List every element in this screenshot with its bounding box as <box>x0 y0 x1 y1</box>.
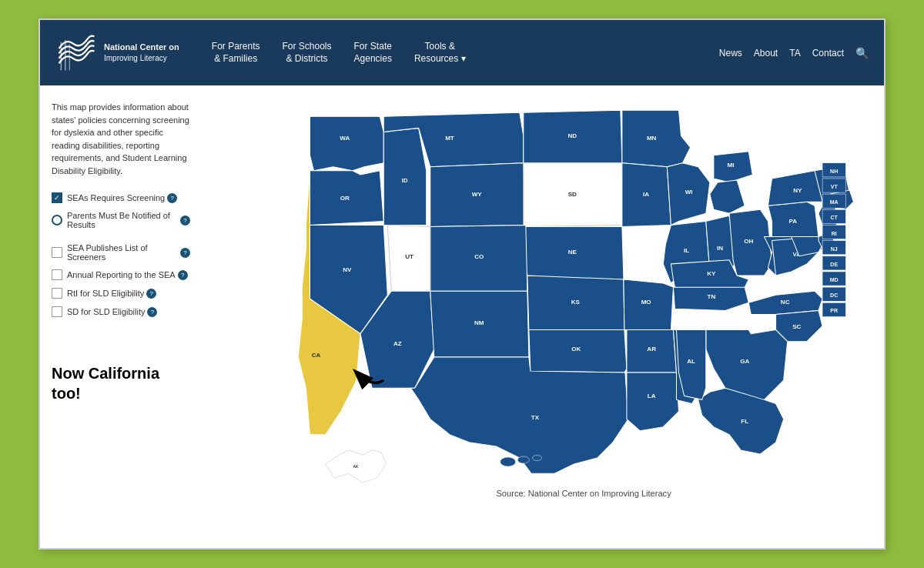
svg-text:ND: ND <box>568 132 578 139</box>
svg-rect-0 <box>55 32 98 74</box>
svg-text:GA: GA <box>740 358 749 365</box>
svg-text:NC: NC <box>781 299 790 306</box>
nav-ta[interactable]: TA <box>789 48 800 58</box>
svg-point-93 <box>532 455 541 460</box>
svg-text:TX: TX <box>531 414 540 421</box>
svg-text:KS: KS <box>571 299 581 306</box>
search-icon[interactable]: 🔍 <box>855 47 869 59</box>
legend-item-1: SEAs Requires Screening ? <box>52 192 190 203</box>
svg-text:IL: IL <box>684 247 689 254</box>
svg-text:WI: WI <box>685 189 693 195</box>
nav-about[interactable]: About <box>754 48 778 58</box>
svg-text:IN: IN <box>717 245 723 252</box>
nav-news[interactable]: News <box>719 48 742 58</box>
svg-text:NE: NE <box>568 249 578 256</box>
svg-marker-63 <box>627 373 679 431</box>
svg-text:OH: OH <box>744 238 753 245</box>
help-icon-6[interactable]: ? <box>147 307 157 317</box>
main-frame: National Center on Improving Literacy Fo… <box>38 18 886 550</box>
legend-label-1: SEAs Requires Screening <box>67 193 165 202</box>
svg-text:MO: MO <box>641 299 651 306</box>
svg-text:AR: AR <box>647 346 656 352</box>
svg-text:CO: CO <box>474 253 484 260</box>
svg-text:PR: PR <box>830 308 838 313</box>
svg-text:IA: IA <box>643 191 649 198</box>
checkbox-sea-publishes[interactable] <box>52 247 62 258</box>
svg-text:VT: VT <box>831 184 839 189</box>
legend-item-6: SD for SLD Eligibility ? <box>52 306 190 317</box>
svg-text:RI: RI <box>832 231 837 236</box>
legend-label-5: RtI for SLD Eligibility <box>67 289 144 298</box>
help-icon-4[interactable]: ? <box>178 270 188 280</box>
svg-text:LA: LA <box>648 393 656 399</box>
us-map-svg[interactable]: WA OR ID MT WY ND SD <box>209 93 876 505</box>
help-icon-5[interactable]: ? <box>146 289 156 299</box>
logo-text: National Center on Improving Literacy <box>104 42 179 64</box>
svg-text:PA: PA <box>788 218 797 225</box>
svg-text:DE: DE <box>830 262 838 267</box>
svg-text:NJ: NJ <box>831 246 838 252</box>
svg-marker-79 <box>706 330 788 400</box>
svg-text:OR: OR <box>340 195 350 202</box>
svg-text:CA: CA <box>312 352 321 359</box>
svg-text:OK: OK <box>571 346 581 352</box>
svg-text:TN: TN <box>707 293 715 300</box>
map-description: This map provides information about stat… <box>52 101 190 177</box>
svg-text:MN: MN <box>647 135 657 142</box>
svg-text:NV: NV <box>343 266 352 273</box>
checkbox-rti[interactable] <box>52 288 62 299</box>
nav-item-parents[interactable]: For Parents& Families <box>203 35 270 71</box>
svg-text:FL: FL <box>741 418 748 425</box>
svg-text:MD: MD <box>830 277 839 282</box>
svg-text:AL: AL <box>687 358 695 365</box>
legend-item-4: Annual Reporting to the SEA ? <box>52 269 190 280</box>
svg-text:AK: AK <box>353 465 358 469</box>
svg-text:NH: NH <box>830 169 838 174</box>
svg-marker-59 <box>411 357 628 473</box>
nav-links: For Parents& Families For Schools& Distr… <box>203 35 719 71</box>
left-panel: This map provides information about stat… <box>40 85 202 548</box>
svg-text:DC: DC <box>830 292 838 298</box>
svg-text:NM: NM <box>474 319 484 326</box>
help-icon-2[interactable]: ? <box>180 216 190 226</box>
svg-marker-26 <box>710 180 745 213</box>
svg-marker-4 <box>310 116 383 171</box>
legend-label-3: SEA Publishes List of Screeners <box>67 243 178 262</box>
legend-label-6: SD for SLD Eligibility <box>67 307 145 316</box>
legend-divider <box>52 237 190 243</box>
logo-line2: Improving Literacy <box>104 54 167 62</box>
svg-text:CT: CT <box>830 215 838 220</box>
nav-contact[interactable]: Contact <box>812 48 844 58</box>
svg-text:SD: SD <box>568 191 577 198</box>
checkbox-sd[interactable] <box>52 306 62 317</box>
svg-text:UT: UT <box>405 253 413 260</box>
nav-item-schools[interactable]: For Schools& Districts <box>273 35 341 71</box>
help-icon-1[interactable]: ? <box>167 193 177 203</box>
svg-text:MI: MI <box>728 162 735 169</box>
logo-line1: National Center on <box>104 42 179 53</box>
svg-text:HI: HI <box>521 463 524 467</box>
radio-parents-notified[interactable] <box>52 215 62 226</box>
svg-point-91 <box>500 457 516 466</box>
legend-item-5: RtI for SLD Eligibility ? <box>52 288 190 299</box>
nav-item-state[interactable]: For StateAgencies <box>345 35 401 71</box>
svg-text:SC: SC <box>792 323 801 330</box>
svg-point-92 <box>517 456 529 463</box>
navbar: National Center on Improving Literacy Fo… <box>40 20 884 85</box>
nav-item-tools[interactable]: Tools &Resources ▾ <box>405 35 475 71</box>
svg-text:ID: ID <box>401 177 407 184</box>
checkbox-seas-screening[interactable] <box>52 192 62 203</box>
svg-text:WA: WA <box>340 135 350 142</box>
checkbox-annual-reporting[interactable] <box>52 269 62 280</box>
logo-icon <box>55 32 98 74</box>
california-annotation: Now California too! <box>52 363 190 403</box>
legend-label-2: Parents Must Be Notified of Results <box>67 211 178 229</box>
logo-area[interactable]: National Center on Improving Literacy <box>55 32 179 74</box>
help-icon-3[interactable]: ? <box>180 248 190 258</box>
svg-text:WY: WY <box>472 191 483 198</box>
svg-text:NY: NY <box>793 187 802 194</box>
legend-item-2: Parents Must Be Notified of Results ? <box>52 211 190 229</box>
content-area: This map provides information about stat… <box>40 85 884 548</box>
svg-text:MA: MA <box>830 199 839 205</box>
map-area: WA OR ID MT WY ND SD <box>202 85 884 548</box>
